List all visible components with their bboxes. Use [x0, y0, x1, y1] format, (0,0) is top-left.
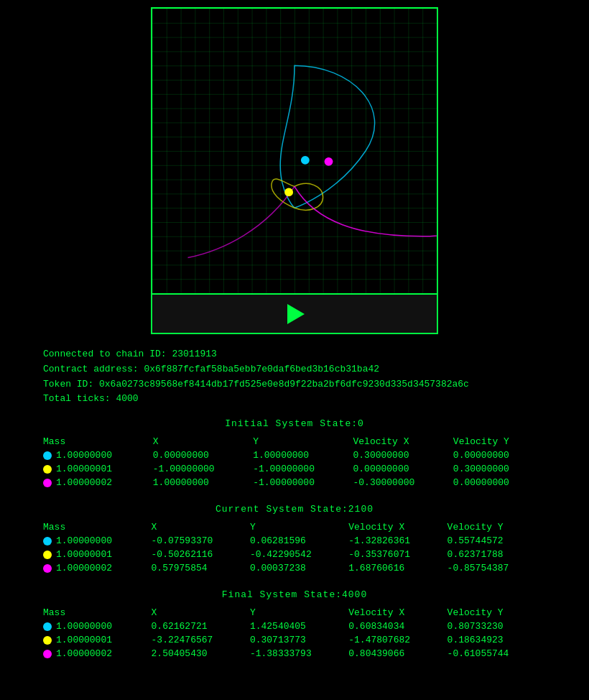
cell-x: -1.00000000	[153, 462, 253, 476]
cell-x: 1.00000000	[153, 476, 253, 489]
final-state-header: Mass X Y Velocity X Velocity Y	[43, 606, 546, 620]
chain-id-line: Connected to chain ID: 23011913	[43, 347, 546, 362]
cell-y: 1.00000000	[253, 448, 353, 462]
initial-state-header: Mass X Y Velocity X Velocity Y	[43, 435, 546, 448]
simulation-canvas	[151, 7, 438, 295]
play-icon	[287, 304, 305, 324]
cell-vx: -0.35376071	[348, 548, 447, 561]
col-vx-0: Velocity X	[353, 435, 453, 448]
col-y-2: Y	[250, 606, 348, 620]
cyan-dot	[43, 451, 52, 460]
cell-y: 1.42540405	[250, 620, 348, 633]
yellow-dot	[43, 551, 52, 559]
col-x-1: X	[152, 520, 250, 534]
cell-y: 0.00037238	[250, 561, 348, 575]
magenta-dot	[43, 479, 52, 487]
main-container: Connected to chain ID: 23011913 Contract…	[0, 0, 589, 682]
table-row: 1.00000001-0.50262116-0.42290542-0.35376…	[43, 548, 546, 561]
cell-vx: -1.47807682	[348, 633, 447, 647]
cell-mass: 1.00000002	[43, 476, 153, 489]
cell-vy: 0.80733230	[447, 620, 546, 633]
current-state-header: Mass X Y Velocity X Velocity Y	[43, 520, 546, 534]
cell-vy: 0.00000000	[453, 476, 546, 489]
cell-vy: 0.30000000	[453, 462, 546, 476]
contract-line: Contract address: 0x6f887fcfaf58ba5ebb7e…	[43, 362, 546, 377]
svg-point-4	[325, 157, 333, 166]
cell-x: -0.07593370	[152, 534, 250, 548]
col-vy-2: Velocity Y	[447, 606, 546, 620]
magenta-dot	[43, 564, 52, 573]
cell-x: -3.22476567	[152, 633, 250, 647]
token-line: Token ID: 0x6a0273c89568ef8414db17fd525e…	[43, 377, 546, 392]
initial-state-title: Initial System State:0	[43, 418, 546, 429]
cell-mass: 1.00000000	[43, 534, 152, 548]
cell-mass: 1.00000001	[43, 548, 152, 561]
col-mass-1: Mass	[43, 520, 152, 534]
cell-vy: 0.00000000	[453, 448, 546, 462]
initial-state-table: Mass X Y Velocity X Velocity Y 1.0000000…	[43, 435, 546, 489]
svg-rect-1	[152, 9, 437, 293]
cell-vx: -1.32826361	[348, 534, 447, 548]
cyan-dot	[43, 537, 52, 545]
col-mass-0: Mass	[43, 435, 153, 448]
play-button[interactable]	[151, 295, 438, 334]
col-vx-1: Velocity X	[348, 520, 447, 534]
svg-point-2	[301, 156, 310, 165]
cell-vx: 0.80439066	[348, 647, 447, 660]
col-y-1: Y	[250, 520, 348, 534]
yellow-dot	[43, 465, 52, 474]
cell-y: -1.00000000	[253, 462, 353, 476]
table-row: 1.000000020.579758540.000372381.68760616…	[43, 561, 546, 575]
table-row: 1.000000022.50405430-1.383337930.8043906…	[43, 647, 546, 660]
cell-y: -1.38333793	[250, 647, 348, 660]
table-row: 1.00000001-3.224765670.30713773-1.478076…	[43, 633, 546, 647]
yellow-dot	[43, 636, 52, 645]
table-row: 1.00000001-1.00000000-1.000000000.000000…	[43, 462, 546, 476]
cell-vx: 1.68760616	[348, 561, 447, 575]
cell-y: -1.00000000	[253, 476, 353, 489]
cell-y: 0.06281596	[250, 534, 348, 548]
cell-vy: 0.55744572	[447, 534, 546, 548]
col-x-0: X	[153, 435, 253, 448]
cell-mass: 1.00000002	[43, 647, 152, 660]
current-state-table: Mass X Y Velocity X Velocity Y 1.0000000…	[43, 520, 546, 575]
col-vy-0: Velocity Y	[453, 435, 546, 448]
cell-y: 0.30713773	[250, 633, 348, 647]
ticks-line: Total ticks: 4000	[43, 392, 546, 407]
col-vy-1: Velocity Y	[447, 520, 546, 534]
cell-mass: 1.00000001	[43, 462, 153, 476]
table-row: 1.000000021.00000000-1.00000000-0.300000…	[43, 476, 546, 489]
cell-x: 2.50405430	[152, 647, 250, 660]
cell-vx: -0.30000000	[353, 476, 453, 489]
cell-y: -0.42290542	[250, 548, 348, 561]
final-state-section: Final System State:4000 Mass X Y Velocit…	[43, 589, 546, 660]
col-vx-2: Velocity X	[348, 606, 447, 620]
cell-vy: 0.62371788	[447, 548, 546, 561]
cell-vx: 0.30000000	[353, 448, 453, 462]
table-row: 1.000000000.000000001.000000000.30000000…	[43, 448, 546, 462]
table-row: 1.000000000.621627211.425404050.60834034…	[43, 620, 546, 633]
final-state-table: Mass X Y Velocity X Velocity Y 1.0000000…	[43, 606, 546, 660]
cell-mass: 1.00000000	[43, 448, 153, 462]
final-state-title: Final System State:4000	[43, 589, 546, 600]
cell-mass: 1.00000000	[43, 620, 152, 633]
cell-x: 0.57975854	[152, 561, 250, 575]
cell-x: -0.50262116	[152, 548, 250, 561]
col-y-0: Y	[253, 435, 353, 448]
info-section: Connected to chain ID: 23011913 Contract…	[43, 347, 546, 407]
table-row: 1.00000000-0.075933700.06281596-1.328263…	[43, 534, 546, 548]
cell-mass: 1.00000001	[43, 633, 152, 647]
current-state-title: Current System State:2100	[43, 504, 546, 515]
svg-point-3	[284, 188, 293, 196]
cyan-dot	[43, 622, 52, 631]
cell-vy: -0.85754387	[447, 561, 546, 575]
current-state-section: Current System State:2100 Mass X Y Veloc…	[43, 504, 546, 575]
cell-vx: 0.00000000	[353, 462, 453, 476]
col-x-2: X	[152, 606, 250, 620]
cell-vx: 0.60834034	[348, 620, 447, 633]
cell-vy: -0.61055744	[447, 647, 546, 660]
magenta-dot	[43, 650, 52, 658]
cell-x: 0.62162721	[152, 620, 250, 633]
initial-state-section: Initial System State:0 Mass X Y Velocity…	[43, 418, 546, 489]
cell-mass: 1.00000002	[43, 561, 152, 575]
